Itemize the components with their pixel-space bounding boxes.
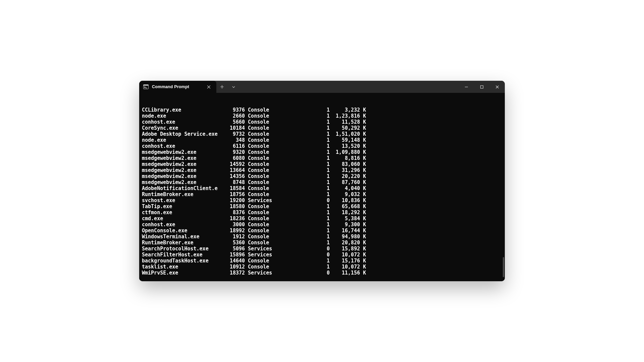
tasklist-row: ctfmon.exe 8376 Console 1 18,292 K — [142, 209, 502, 216]
scrollbar-track[interactable] — [503, 95, 504, 277]
tab-command-prompt[interactable]: Command Prompt — [139, 81, 216, 93]
tab-title: Command Prompt — [152, 84, 201, 89]
window-controls — [459, 81, 505, 93]
scrollbar-thumb[interactable] — [503, 257, 504, 277]
close-window-button[interactable] — [489, 81, 505, 93]
tab-strip: Command Prompt — [139, 81, 216, 93]
tasklist-row: msedgewebview2.exe 9320 Console 1 1,09,8… — [142, 149, 502, 155]
tasklist-row: RuntimeBroker.exe 18756 Console 1 9,032 … — [142, 191, 502, 197]
terminal-window: Command Prompt — [139, 81, 505, 281]
tasklist-row: conhost.exe 5660 Console 1 11,528 K — [142, 119, 502, 125]
tasklist-row: WmiPrvSE.exe 18372 Services 0 11,156 K — [142, 270, 502, 276]
tasklist-row: SearchFilterHost.exe 15896 Services 0 10… — [142, 252, 502, 258]
tasklist-row: backgroundTaskHost.exe 14640 Console 1 1… — [142, 258, 502, 264]
tasklist-row: msedgewebview2.exe 8748 Console 1 87,760… — [142, 179, 502, 185]
svg-rect-4 — [480, 85, 483, 88]
tasklist-row: msedgewebview2.exe 14592 Console 1 83,06… — [142, 161, 502, 167]
minimize-button[interactable] — [459, 81, 474, 93]
tasklist-row: CoreSync.exe 10184 Console 1 50,292 K — [142, 125, 502, 131]
tasklist-row: WindowsTerminal.exe 1912 Console 1 94,98… — [142, 234, 502, 240]
tasklist-row: SearchProtocolHost.exe 5096 Services 0 1… — [142, 246, 502, 252]
maximize-button[interactable] — [474, 81, 489, 93]
close-tab-button[interactable] — [204, 82, 213, 91]
new-tab-button[interactable] — [216, 81, 228, 93]
tasklist-row: msedgewebview2.exe 6080 Console 1 8,816 … — [142, 155, 502, 161]
svg-rect-1 — [144, 85, 149, 86]
tasklist-row: conhost.exe 3000 Console 1 9,300 K — [142, 222, 502, 228]
tasklist-row: AdobeNotificationClient.e 18584 Console … — [142, 185, 502, 191]
tasklist-row: CCLibrary.exe 9376 Console 1 3,232 K — [142, 107, 502, 113]
titlebar[interactable]: Command Prompt — [139, 81, 505, 93]
tasklist-row: node.exe 2660 Console 1 1,23,816 K — [142, 113, 502, 119]
tasklist-row: OpenConsole.exe 18992 Console 1 16,744 K — [142, 228, 502, 234]
tasklist-row: tasklist.exe 10912 Console 1 10,072 K — [142, 264, 502, 270]
terminal-output[interactable]: CCLibrary.exe 9376 Console 1 3,232 Knode… — [139, 93, 505, 281]
tab-dropdown-button[interactable] — [228, 81, 239, 93]
command-prompt-icon — [143, 84, 149, 89]
tasklist-row: Adobe Desktop Service.exe 9732 Console 1… — [142, 131, 502, 137]
tasklist-row: cmd.exe 18236 Console 1 5,384 K — [142, 216, 502, 222]
titlebar-drag-region[interactable] — [239, 81, 459, 93]
tasklist-row: RuntimeBroker.exe 5360 Console 1 20,820 … — [142, 240, 502, 246]
tasklist-row: TabTip.exe 18580 Console 1 65,668 K — [142, 203, 502, 209]
tasklist-row: msedgewebview2.exe 14356 Console 1 20,22… — [142, 173, 502, 179]
tasklist-row: msedgewebview2.exe 13664 Console 1 31,29… — [142, 167, 502, 173]
tasklist-row: svchost.exe 19200 Services 0 10,836 K — [142, 197, 502, 203]
tasklist-row: conhost.exe 6116 Console 1 13,520 K — [142, 143, 502, 149]
tasklist-row: node.exe 348 Console 1 59,148 K — [142, 137, 502, 143]
